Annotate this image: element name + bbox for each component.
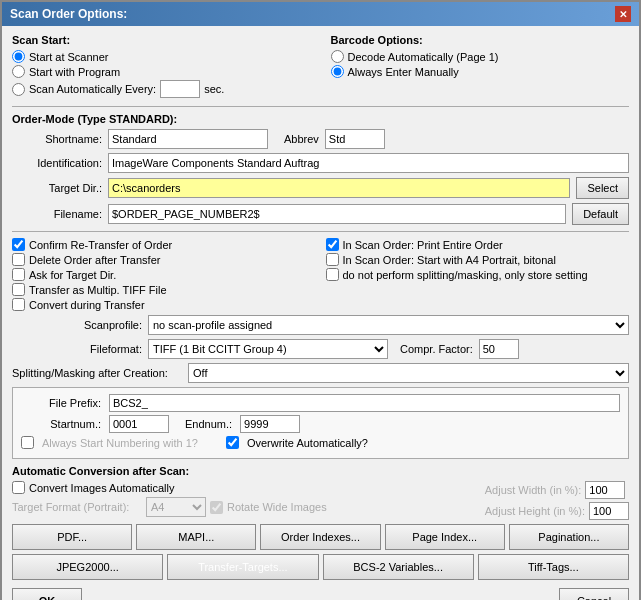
check-no-perform[interactable]: do not perform splitting/masking, only s… xyxy=(326,268,630,281)
sec-label: sec. xyxy=(204,83,224,95)
filename-input[interactable] xyxy=(108,204,566,224)
mapi-button[interactable]: MAPI... xyxy=(136,524,256,550)
radio-start-at-scanner[interactable]: Start at Scanner xyxy=(12,50,311,63)
adjust-width-label: Adjust Width (in %): xyxy=(485,484,582,496)
fileformat-row: Fileformat: TIFF (1 Bit CCITT Group 4) C… xyxy=(12,339,629,359)
auto-conversion-area: Convert Images Automatically Target Form… xyxy=(12,481,629,520)
pdf-button[interactable]: PDF... xyxy=(12,524,132,550)
ok-button[interactable]: OK xyxy=(12,588,82,600)
radio-decode-auto[interactable]: Decode Automatically (Page 1) xyxy=(331,50,630,63)
startnum-row: Startnum.: Endnum.: xyxy=(21,415,620,433)
splitting-select[interactable]: Off xyxy=(188,363,629,383)
scanprofile-select[interactable]: no scan-profile assigned xyxy=(148,315,629,335)
check-in-scan-print[interactable]: In Scan Order: Print Entire Order xyxy=(326,238,630,251)
auto-conversion-left: Convert Images Automatically Target Form… xyxy=(12,481,475,520)
shortname-input[interactable] xyxy=(108,129,268,149)
adjust-height-label: Adjust Height (in %): xyxy=(485,505,585,517)
select-button[interactable]: Select xyxy=(576,177,629,199)
splitting-row: Splitting/Masking after Creation: Off xyxy=(12,363,629,383)
scan-automatically-row: Scan Automatically Every: sec. xyxy=(12,80,311,98)
file-prefix-input[interactable] xyxy=(109,394,620,412)
compr-factor-label: Compr. Factor: xyxy=(400,343,473,355)
check-convert-auto[interactable]: Convert Images Automatically xyxy=(12,481,475,494)
file-prefix-row: File Prefix: xyxy=(21,394,620,412)
splitting-label: Splitting/Masking after Creation: xyxy=(12,367,182,379)
overwrite-auto-check[interactable] xyxy=(226,436,239,449)
always-start-numbering-label: Always Start Numbering with 1? xyxy=(42,437,198,449)
checkboxes-area: Confirm Re-Transfer of Order Delete Orde… xyxy=(12,238,629,311)
target-dir-label: Target Dir.: xyxy=(12,182,102,194)
identification-label: Identification: xyxy=(12,157,102,169)
rotate-check xyxy=(210,501,223,514)
shortname-label: Shortname: xyxy=(12,133,102,145)
check-ask-for-target[interactable]: Ask for Target Dir. xyxy=(12,268,316,281)
startnum-input[interactable] xyxy=(109,415,169,433)
start-at-scanner-label: Start at Scanner xyxy=(29,51,109,63)
target-format-select[interactable]: A4 xyxy=(146,497,206,517)
start-with-program-label: Start with Program xyxy=(29,66,120,78)
check-delete-order[interactable]: Delete Order after Transfer xyxy=(12,253,316,266)
scan-auto-interval[interactable] xyxy=(160,80,200,98)
radio-start-with-program[interactable]: Start with Program xyxy=(12,65,311,78)
decode-auto-label: Decode Automatically (Page 1) xyxy=(348,51,499,63)
scan-start-label: Scan Start: xyxy=(12,34,311,46)
title-bar: Scan Order Options: ✕ xyxy=(2,2,639,26)
barcode-options-label: Barcode Options: xyxy=(331,34,630,46)
default-button[interactable]: Default xyxy=(572,203,629,225)
delete-order-label: Delete Order after Transfer xyxy=(29,254,160,266)
auto-conversion-right: Adjust Width (in %): Adjust Height (in %… xyxy=(485,481,629,520)
checkboxes-right: In Scan Order: Print Entire Order In Sca… xyxy=(326,238,630,311)
convert-auto-label: Convert Images Automatically xyxy=(29,482,175,494)
filename-label: Filename: xyxy=(12,208,102,220)
check-convert-during[interactable]: Convert during Transfer xyxy=(12,298,316,311)
order-mode-label: Order-Mode (Type STANDARD): xyxy=(12,113,629,125)
radio-scan-automatically[interactable] xyxy=(12,83,25,96)
check-in-scan-a4[interactable]: In Scan Order: Start with A4 Portrait, b… xyxy=(326,253,630,266)
checkboxes-left: Confirm Re-Transfer of Order Delete Orde… xyxy=(12,238,316,311)
startnum-label: Startnum.: xyxy=(21,418,101,430)
bottom-buttons-row1: PDF... MAPI... Order Indexes... Page Ind… xyxy=(12,524,629,550)
jpeg2000-button[interactable]: JPEG2000... xyxy=(12,554,163,580)
numbering-group: File Prefix: Startnum.: Endnum.: Always … xyxy=(12,387,629,459)
fileformat-select[interactable]: TIFF (1 Bit CCITT Group 4) xyxy=(148,339,388,359)
ok-cancel-row: OK Cancel xyxy=(12,584,629,600)
rotate-label: Rotate Wide Images xyxy=(227,501,327,513)
bottom-buttons-row2: JPEG2000... Transfer-Targets... BCS-2 Va… xyxy=(12,554,629,580)
dialog: Scan Order Options: ✕ Scan Start: Start … xyxy=(0,0,641,600)
identification-input[interactable] xyxy=(108,153,629,173)
scanprofile-row: Scanprofile: no scan-profile assigned xyxy=(12,315,629,335)
always-numbering-row: Always Start Numbering with 1? Overwrite… xyxy=(21,436,620,449)
pagination-button[interactable]: Pagination... xyxy=(509,524,629,550)
compr-factor-input[interactable] xyxy=(479,339,519,359)
adjust-width-input[interactable] xyxy=(585,481,625,499)
radio-always-enter[interactable]: Always Enter Manually xyxy=(331,65,630,78)
abbrev-input[interactable] xyxy=(325,129,385,149)
fileformat-label: Fileformat: xyxy=(12,343,142,355)
in-scan-print-label: In Scan Order: Print Entire Order xyxy=(343,239,503,251)
check-transfer-multip[interactable]: Transfer as Multip. TIFF File xyxy=(12,283,316,296)
adjust-height-row: Adjust Height (in %): xyxy=(485,502,629,520)
adjust-height-input[interactable] xyxy=(589,502,629,520)
no-perform-label: do not perform splitting/masking, only s… xyxy=(343,269,588,281)
scanprofile-label: Scanprofile: xyxy=(12,319,142,331)
order-indexes-button[interactable]: Order Indexes... xyxy=(260,524,380,550)
ask-for-target-label: Ask for Target Dir. xyxy=(29,269,116,281)
check-confirm-re-transfer[interactable]: Confirm Re-Transfer of Order xyxy=(12,238,316,251)
target-dir-input[interactable] xyxy=(108,178,570,198)
endnum-input[interactable] xyxy=(240,415,300,433)
transfer-targets-button[interactable]: Transfer-Targets... xyxy=(167,554,318,580)
file-prefix-label: File Prefix: xyxy=(21,397,101,409)
cancel-button[interactable]: Cancel xyxy=(559,588,629,600)
in-scan-a4-label: In Scan Order: Start with A4 Portrait, b… xyxy=(343,254,556,266)
bcs2-variables-button[interactable]: BCS-2 Variables... xyxy=(323,554,474,580)
close-button[interactable]: ✕ xyxy=(615,6,631,22)
abbrev-label: Abbrev xyxy=(284,133,319,145)
target-format-label: Target Format (Portrait): xyxy=(12,501,142,513)
tiff-tags-button[interactable]: Tiff-Tags... xyxy=(478,554,629,580)
always-enter-label: Always Enter Manually xyxy=(348,66,459,78)
identification-row: Identification: xyxy=(12,153,629,173)
shortname-row: Shortname: Abbrev xyxy=(12,129,629,149)
endnum-label: Endnum.: xyxy=(185,418,232,430)
always-start-numbering-check[interactable] xyxy=(21,436,34,449)
page-index-button[interactable]: Page Index... xyxy=(385,524,505,550)
